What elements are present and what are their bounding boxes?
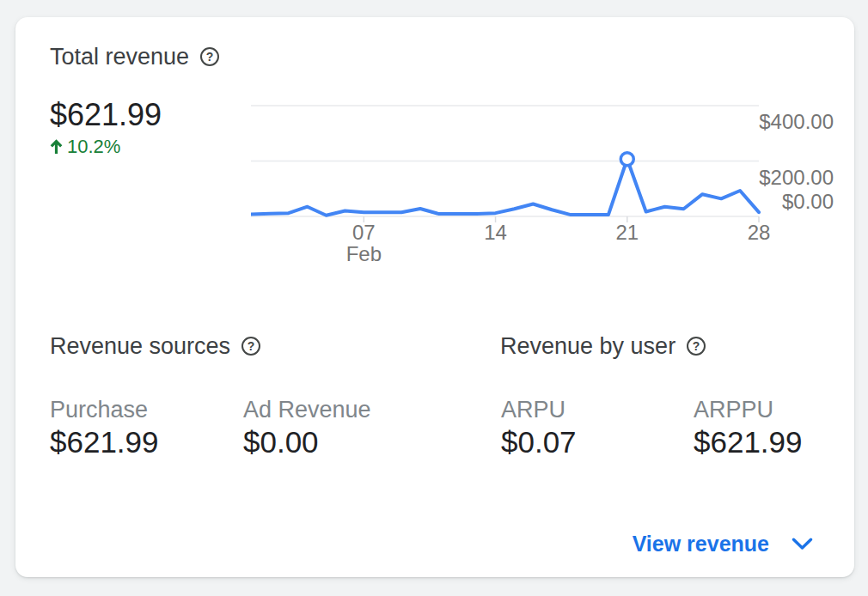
revenue-sources-title: Revenue sources [50,333,230,359]
trend-indicator: 10.2% [50,137,120,157]
trend-percent: 10.2% [67,137,120,157]
metric-value: $0.07 [501,425,577,459]
metric-label: ARPU [501,397,577,423]
total-revenue-value: $621.99 [50,98,162,132]
svg-text:14: 14 [484,221,507,244]
revenue-chart: $400.00$200.00$0.0007Feb142128 [251,99,835,271]
svg-text:$400.00: $400.00 [759,110,834,133]
revenue-by-user-title: Revenue by user [500,333,675,359]
svg-text:21: 21 [615,221,639,244]
svg-text:Feb: Feb [346,242,382,265]
metric-value: $0.00 [243,425,371,459]
view-revenue-button[interactable]: View revenue [633,531,813,556]
metric-value: $621.99 [694,425,803,459]
metric-value: $621.99 [50,425,159,459]
metric-arppu: ARPPU $621.99 [694,397,803,459]
chevron-down-icon [792,538,813,550]
card-header: Total revenue ? [50,44,219,70]
metric-label: ARPPU [694,397,803,423]
arrow-up-icon [50,139,63,155]
help-icon[interactable]: ? [200,47,219,66]
help-icon[interactable]: ? [241,337,260,356]
metric-ad-revenue: Ad Revenue $0.00 [243,397,371,459]
svg-text:$200.00: $200.00 [759,166,834,189]
view-revenue-label: View revenue [633,531,769,556]
card-title: Total revenue [50,44,189,70]
revenue-by-user-header: Revenue by user ? [500,333,706,359]
metric-arpu: ARPU $0.07 [501,397,577,459]
metric-label: Purchase [50,397,159,423]
svg-text:28: 28 [748,221,771,244]
revenue-sources-header: Revenue sources ? [50,333,260,359]
svg-text:07: 07 [352,221,376,244]
metric-label: Ad Revenue [243,397,371,423]
metric-purchase: Purchase $621.99 [50,397,159,459]
total-revenue-card: Total revenue ? $621.99 10.2% $400.00$20… [15,17,854,577]
svg-text:$0.00: $0.00 [782,190,834,213]
help-icon[interactable]: ? [687,337,706,356]
